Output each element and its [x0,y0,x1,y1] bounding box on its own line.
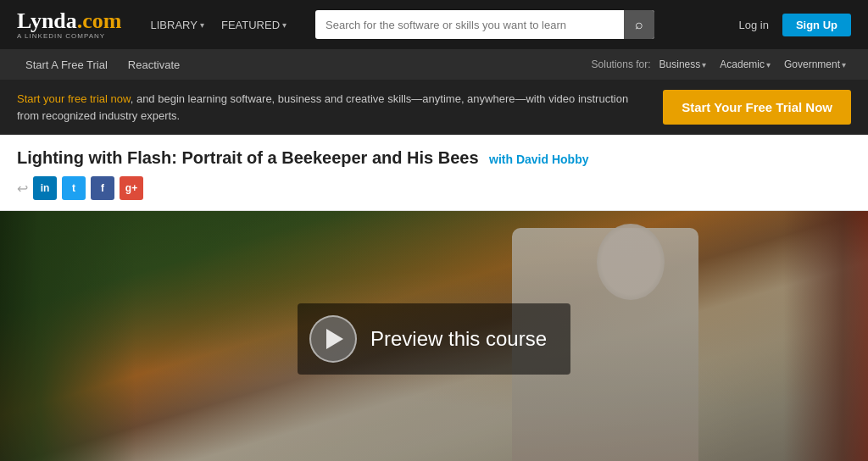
course-author: with David Hobby [489,153,588,166]
promo-banner: Start your free trial now, and begin lea… [0,80,868,135]
government-chevron-icon: ▾ [842,60,846,69]
top-navigation: Lynda.com A LINKEDIN COMPANY LIBRARY ▾ F… [0,0,868,49]
sub-nav-left: Start A Free Trial Reactivate [17,53,188,76]
academic-link[interactable]: Academic ▾ [715,55,776,74]
solutions-label: Solutions for: [592,58,651,70]
logo-text: Lynda.com [17,10,122,32]
play-circle-icon [309,315,357,363]
business-link[interactable]: Business ▾ [654,55,712,74]
course-header: Lighting with Flash: Portrait of a Beeke… [0,135,868,211]
academic-chevron-icon: ▾ [766,60,771,69]
share-icon: ↩ [17,181,28,197]
author-link[interactable]: David Hobby [516,153,589,166]
sub-nav-right: Solutions for: Business ▾ Academic ▾ Gov… [592,55,851,74]
sub-navigation: Start A Free Trial Reactivate Solutions … [0,49,868,80]
twitter-share-button[interactable]: t [62,176,86,200]
video-container: Preview this course [0,211,868,461]
search-button[interactable]: ⌕ [624,10,654,39]
facebook-share-button[interactable]: f [91,176,114,200]
featured-nav-item[interactable]: FEATURED ▾ [214,15,293,35]
reactivate-nav-item[interactable]: Reactivate [120,53,188,76]
featured-chevron-icon: ▾ [282,20,287,30]
promo-cta-button[interactable]: Start Your Free Trial Now [663,90,851,125]
play-triangle-icon [326,329,343,349]
logo-tagline: A LINKEDIN COMPANY [17,32,105,40]
linkedin-share-button[interactable]: in [33,176,57,200]
auth-buttons: Log in Sign Up [732,14,851,36]
library-nav-item[interactable]: LIBRARY ▾ [144,15,211,35]
play-overlay: Preview this course [0,211,868,461]
search-icon: ⌕ [635,17,643,32]
preview-play-button[interactable]: Preview this course [298,303,570,375]
promo-text: Start your free trial now, and begin lea… [17,91,646,124]
preview-label: Preview this course [370,327,547,351]
social-share-row: ↩ in t f g+ [17,176,851,200]
government-link[interactable]: Government ▾ [779,55,851,74]
search-bar: ⌕ [315,10,654,39]
course-title: Lighting with Flash: Portrait of a Beeke… [17,148,479,167]
logo[interactable]: Lynda.com A LINKEDIN COMPANY [17,10,122,40]
login-button[interactable]: Log in [732,15,775,35]
signup-button[interactable]: Sign Up [782,14,851,36]
library-chevron-icon: ▾ [200,20,204,30]
google-share-button[interactable]: g+ [120,176,143,200]
search-input[interactable] [315,10,654,39]
nav-links: LIBRARY ▾ FEATURED ▾ [144,15,294,35]
free-trial-nav-item[interactable]: Start A Free Trial [17,53,116,76]
promo-highlight-link[interactable]: Start your free trial now [17,92,131,105]
business-chevron-icon: ▾ [702,60,706,69]
